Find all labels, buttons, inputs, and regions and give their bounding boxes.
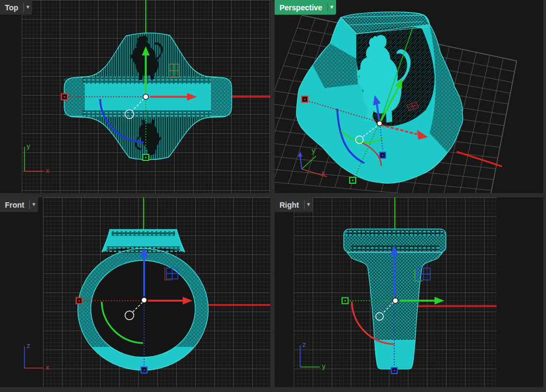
viewport-perspective[interactable]: y x Perspective ▾ xyxy=(275,0,543,193)
svg-text:x: x xyxy=(46,166,49,175)
gumball-x-move-handle[interactable] xyxy=(302,96,308,102)
cplane-axis-gizmo: z y xyxy=(300,340,326,370)
viewport-tab-label: Right xyxy=(275,201,304,209)
viewport-right[interactable]: z y Right ▾ xyxy=(275,197,543,387)
viewport-tab-right[interactable]: Right ▾ xyxy=(275,197,313,212)
svg-text:x: x xyxy=(46,363,49,371)
top-viewport-canvas[interactable]: y x xyxy=(0,0,270,193)
gumball-z-move-handle[interactable] xyxy=(392,368,398,374)
cplane-axis-gizmo: z x xyxy=(24,341,49,371)
svg-text:y: y xyxy=(312,146,315,154)
chevron-down-icon[interactable]: ▾ xyxy=(30,201,38,208)
cplane-axis-gizmo: y x xyxy=(24,142,49,175)
chevron-down-icon[interactable]: ▾ xyxy=(328,4,336,11)
gumball-center[interactable] xyxy=(393,298,398,303)
viewport-tab-label: Top xyxy=(0,3,23,12)
chevron-down-icon[interactable]: ▾ xyxy=(305,201,313,208)
viewport-front[interactable]: z x Front ▾ xyxy=(0,197,270,387)
viewport-tab-label: Perspective xyxy=(275,3,327,12)
gumball-plane-handle[interactable] xyxy=(415,268,430,281)
viewport-tab-front[interactable]: Front ▾ xyxy=(0,197,38,212)
viewport-top[interactable]: y x Top ▾ xyxy=(0,0,270,193)
svg-text:y: y xyxy=(322,362,326,370)
gumball-center[interactable] xyxy=(377,121,382,126)
viewport-tab-perspective[interactable]: Perspective ▾ xyxy=(275,0,336,15)
svg-text:z: z xyxy=(27,341,30,350)
viewport-tab-top[interactable]: Top ▾ xyxy=(0,0,32,15)
svg-text:z: z xyxy=(302,340,306,349)
right-viewport-canvas[interactable]: z y xyxy=(275,197,543,387)
gumball-z-move-handle[interactable] xyxy=(141,367,147,373)
gumball-y-move-handle[interactable] xyxy=(143,154,149,160)
viewport-tab-label: Front xyxy=(0,201,29,209)
application-window: y x Top ▾ xyxy=(0,0,546,392)
svg-text:y: y xyxy=(27,142,30,150)
world-x-axis-line xyxy=(457,152,502,166)
perspective-viewport-canvas[interactable]: y x xyxy=(275,0,543,193)
chevron-down-icon[interactable]: ▾ xyxy=(24,4,32,11)
gumball-y-move-handle[interactable] xyxy=(350,177,356,183)
gumball-center[interactable] xyxy=(143,94,148,99)
gumball-x-move-handle[interactable] xyxy=(76,298,82,304)
gumball-center[interactable] xyxy=(141,297,147,303)
gumball-x-move-handle[interactable] xyxy=(61,94,67,100)
svg-text:x: x xyxy=(321,169,325,177)
front-viewport-canvas[interactable]: z x xyxy=(0,197,270,387)
gumball-y-move-handle[interactable] xyxy=(342,298,348,304)
gumball-z-move-handle[interactable] xyxy=(380,152,386,158)
